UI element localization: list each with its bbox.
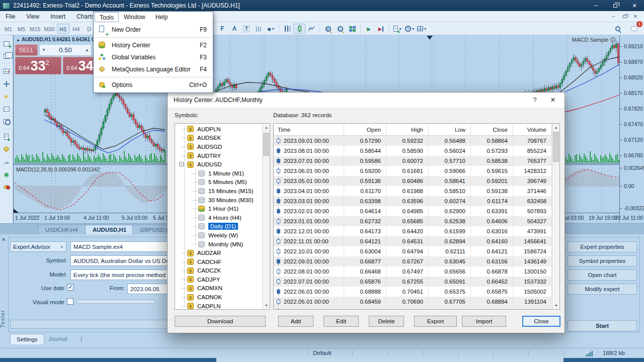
column-header-high[interactable]: High [386,124,429,136]
menu-tools[interactable]: Tools [95,12,119,22]
tree-item-weekly-w-[interactable]: Weekly (W) [175,231,262,240]
menu-help[interactable]: Help [150,12,173,22]
text-icon[interactable]: A [228,24,240,34]
zoom-out-icon[interactable]: − [334,24,346,34]
menu-item-metaquotes-language-editor[interactable]: MetaQuotes Language EditorF4 [94,63,213,75]
tree-item-audsgd[interactable]: $AUDSGD [175,142,262,151]
table-row[interactable]: 2023.05.01 00:000.591360.604860.586410.5… [274,176,552,186]
table-scroll-thumb[interactable] [553,132,559,162]
modify-expert-button[interactable]: Modify expert [568,284,637,295]
tree-item-cadchf[interactable]: $CADCHF [175,257,262,266]
tree-item-audusd[interactable]: −$AUDUSD [175,160,262,169]
menu-file[interactable]: File [0,11,21,22]
table-row[interactable]: 2023.08.01 00:000.585440.585900.560240.5… [274,146,552,156]
tile-windows-icon[interactable] [346,24,358,34]
notifications-icon[interactable]: 1 [628,24,640,34]
volume-up-icon[interactable]: ▲ [83,48,91,52]
edit-button[interactable]: Edit [324,316,359,327]
table-row[interactable]: 2023.04.01 00:000.611700.619880.585100.5… [274,186,552,196]
tree-item-30-minutes-m30-[interactable]: 30 Minutes (M30) [175,196,262,205]
periods-icon[interactable]: ▾ [404,24,416,34]
column-header-volume[interactable]: Volume [513,124,552,136]
child-close-button[interactable]: ✕ [630,12,641,21]
timeframe-m5[interactable]: M5 [15,24,28,34]
dialog-help-button[interactable]: ? [527,95,542,105]
timeframe-m30[interactable]: M30 [42,24,56,34]
table-row[interactable]: 2022.06.01 00:000.688880.704510.653750.6… [274,287,552,297]
use-date-checkbox[interactable]: ✓ [67,284,73,291]
scroll-down-icon[interactable]: ▼ [263,302,270,309]
symbol-properties-button[interactable]: Symbol properties [568,255,637,266]
tester-tab-journal[interactable]: Journal [42,334,73,344]
table-row[interactable]: 2022.07.01 00:000.658760.672550.650910.6… [274,277,552,287]
open-chart-button[interactable]: Open chart [568,269,637,281]
visual-speed-slider[interactable] [76,300,155,304]
column-header-time[interactable]: Time [274,124,344,136]
status-profile[interactable]: Default [313,350,331,356]
minimize-button[interactable]: ─ [587,0,606,11]
table-row[interactable]: 2022.11.01 00:000.641210.645310.628940.6… [274,236,552,246]
tree-item-1-hour-h1-[interactable]: 1 Hour (H1) [175,204,262,213]
tree-scrollbar[interactable]: ▲ ▼ [262,124,270,309]
search-icon[interactable] [612,24,624,34]
table-row[interactable]: 2023.09.01 00:000.572900.592320.564880.5… [274,136,552,146]
zoom-in-icon[interactable]: + [322,24,334,34]
volume-down-icon[interactable]: ▼ [40,48,48,52]
export-button[interactable]: Export [414,316,457,327]
column-header-close[interactable]: Close [471,124,513,136]
menu-insert[interactable]: Insert [45,11,71,22]
table-row[interactable]: 2022.12.01 00:000.641730.644200.615990.6… [274,226,552,236]
tree-item-audpln[interactable]: $AUDPLN [175,125,262,134]
chart-tab-usdchf-h4[interactable]: USDCHF,H4 [38,225,86,235]
table-row[interactable]: 2023.02.01 00:000.646140.649850.629000.6… [274,206,552,216]
shapes-icon[interactable]: ◆▾ [265,24,277,34]
tree-item-5-minutes-m5-[interactable]: 5 Minutes (M5) [175,178,262,187]
sell-button[interactable]: SELL [15,44,38,56]
volume-stepper[interactable]: ▼ 0.50 ▲ [39,44,92,56]
timeframe-m1[interactable]: M1 [2,24,15,34]
from-date-field[interactable]: 2023.06.05 [127,284,173,294]
close-button[interactable]: Close [522,316,560,327]
download-button[interactable]: Download [175,316,266,327]
tree-item-cadnok[interactable]: $CADNOK [175,293,262,302]
chart-shift-icon[interactable]: ▶ [375,24,387,34]
table-row[interactable]: 2022.08.01 00:000.664680.674970.656560.6… [274,266,552,277]
import-button[interactable]: Import [462,316,506,327]
tree-item-cadjpy[interactable]: $CADJPY [175,275,262,284]
menu-item-global-variables[interactable]: Global VariablesF3 [94,51,213,63]
start-button[interactable]: Start [568,320,637,331]
tree-item-cadczk[interactable]: $CADCZK [175,266,262,276]
collapse-icon[interactable]: − [179,162,184,166]
table-scrollbar[interactable]: ▲ ▼ [552,124,559,309]
dialog-close-button[interactable]: ✕ [545,95,560,105]
templates-icon[interactable]: ▾ [416,24,428,34]
expert-properties-button[interactable]: Expert properties [568,241,637,252]
tree-item-cadpln[interactable]: $CADPLN [175,302,262,310]
table-row[interactable]: 2022.05.01 00:000.684590.706900.677050.6… [274,297,552,307]
volume-value[interactable]: 0.50 [48,46,83,54]
tree-item-1-minute-m1-[interactable]: 1 Minute (M1) [175,169,262,178]
tree-item-audsek[interactable]: $AUDSEK [175,134,262,143]
tree-item-daily-d1-[interactable]: Daily (D1) [175,222,262,231]
restore-button[interactable] [606,0,625,11]
vertical-lines-icon[interactable]: ||| [253,24,265,34]
candlestick-chart-icon[interactable] [293,24,305,34]
indicators-icon[interactable]: +▾ [391,24,404,34]
tree-item-monthly-mn-[interactable]: Monthly (MN) [175,240,262,249]
tree-item-audzar[interactable]: $AUDZAR [175,248,262,257]
table-row[interactable]: 2023.07.01 00:000.595860.600720.577100.5… [274,156,552,166]
tester-close-icon[interactable]: ✕ [2,237,6,242]
column-header-low[interactable]: Low [429,124,471,136]
tree-item-15-minutes-m15-[interactable]: 15 Minutes (M15) [175,187,262,196]
tree-item-audtry[interactable]: $AUDTRY [175,151,262,160]
fibonacci-icon[interactable]: F [216,24,228,34]
menu-view[interactable]: View [21,11,45,22]
scroll-up-icon[interactable]: ▲ [263,124,270,131]
table-row[interactable]: 2023.03.01 00:000.633980.635960.602740.6… [274,196,552,206]
menu-item-options[interactable]: OptionsCtrl+O [94,79,213,91]
close-button[interactable]: ✕ [625,0,644,11]
visual-mode-checkbox[interactable] [67,298,73,305]
scroll-down-icon[interactable]: ▼ [552,302,560,309]
line-chart-icon[interactable] [305,24,317,34]
scroll-up-icon[interactable]: ▲ [552,124,560,131]
